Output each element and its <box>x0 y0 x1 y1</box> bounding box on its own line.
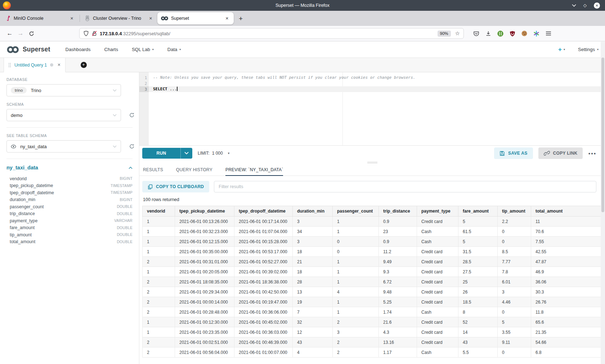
column-header[interactable]: tip_amount <box>498 206 531 217</box>
ublock-icon[interactable] <box>510 31 515 37</box>
back-button[interactable]: ← <box>4 28 15 39</box>
tab-results[interactable]: RESULTS <box>143 164 163 176</box>
table-cell: 4 <box>293 347 333 358</box>
url-text[interactable]: 172.18.0.4:32295/superset/sqllab/ <box>100 31 170 36</box>
pocket-icon[interactable] <box>473 31 479 37</box>
schema-column[interactable]: total_amountDOUBLE <box>6 238 133 246</box>
zoom-level-badge[interactable]: 90% <box>438 31 451 37</box>
column-header[interactable]: tpep_pickup_datetime <box>175 206 234 217</box>
nav-charts[interactable]: Charts <box>104 47 118 52</box>
schema-column[interactable]: payment_typeVARCHAR <box>6 217 133 224</box>
query-tab-close-icon[interactable]: ✕ <box>57 63 60 67</box>
table-select[interactable]: ny_taxi_data <box>6 140 121 153</box>
page-scrollbar[interactable] <box>601 42 605 364</box>
privacy-badger-icon[interactable] <box>497 31 503 37</box>
table-cell: 2021-06-01 00:12:15.000 <box>175 237 234 247</box>
column-header[interactable]: tpep_dropoff_datetime <box>234 206 293 217</box>
divider <box>6 159 133 159</box>
browser-tab-minio[interactable]: MinIO Console ✕ <box>2 12 79 24</box>
column-header[interactable]: total_amount <box>531 206 601 217</box>
run-button[interactable]: RUN <box>142 148 192 159</box>
forward-button[interactable]: → <box>15 28 26 39</box>
run-options-chevron-icon[interactable] <box>180 148 192 159</box>
schema-column[interactable]: fare_amountDOUBLE <box>6 224 133 232</box>
table-cell: Credit card <box>417 297 458 307</box>
tab-query-history[interactable]: QUERY HISTORY <box>176 164 212 176</box>
more-options-icon[interactable]: ●●● <box>588 151 596 155</box>
refresh-table-icon[interactable] <box>129 144 135 149</box>
table-cell: 7.77 <box>498 257 531 267</box>
scrollbar-thumb[interactable] <box>601 58 604 212</box>
nav-data[interactable]: Data▾ <box>167 47 181 52</box>
downloads-icon[interactable] <box>485 31 491 36</box>
new-tab-button[interactable]: + <box>239 15 243 22</box>
browser-tab-trino[interactable]: Cluster Overview - Trino ✕ <box>81 12 157 24</box>
schema-column[interactable]: trip_distanceDOUBLE <box>6 210 133 218</box>
filter-results-input[interactable] <box>214 181 596 192</box>
add-new-button[interactable]: +▾ <box>558 46 565 53</box>
tab-close-icon[interactable]: ✕ <box>148 15 154 22</box>
tab-close-icon[interactable]: ✕ <box>224 15 230 22</box>
table-cell: 2021-06-01 18:08:35.000 <box>175 277 234 287</box>
schema-column[interactable]: duration_minBIGINT <box>6 196 133 204</box>
save-as-button[interactable]: SAVE AS <box>494 147 533 159</box>
shield-icon[interactable] <box>83 31 89 36</box>
minimize-icon[interactable] <box>572 4 576 7</box>
table-schema-header[interactable]: ny_taxi_data <box>6 165 133 170</box>
table-cell: 2 <box>143 277 175 287</box>
schema-column[interactable]: tpep_dropoff_datetimeTIMESTAMP <box>6 189 133 196</box>
run-label[interactable]: RUN <box>142 148 180 159</box>
column-header[interactable]: passenger_count <box>333 206 379 217</box>
column-header[interactable]: trip_distance <box>379 206 417 217</box>
table-cell: 2021-06-01 00:56:04.000 <box>175 347 234 358</box>
chevron-down-icon <box>113 145 117 148</box>
schema-select[interactable]: demo <box>6 109 121 121</box>
tab-preview[interactable]: PREVIEW: `NY_TAXI_DATA` <box>225 164 283 176</box>
maximize-icon[interactable]: ◇ <box>583 3 587 8</box>
tab-close-icon[interactable]: ✕ <box>69 15 75 22</box>
column-type: TIMESTAMP <box>111 191 133 195</box>
column-header[interactable]: duration_min <box>293 206 333 217</box>
column-header[interactable]: payment_type <box>417 206 458 217</box>
superset-brand[interactable]: Superset <box>6 45 50 54</box>
pane-resize-handle[interactable] <box>139 161 605 164</box>
table-cell: 54.66 <box>531 337 601 347</box>
column-type: TIMESTAMP <box>111 184 133 188</box>
column-header[interactable]: fare_amount <box>458 206 498 217</box>
limit-dropdown[interactable]: LIMIT: 1 000 ▾ <box>198 151 229 156</box>
settings-menu[interactable]: Settings▾ <box>578 47 599 52</box>
editor-pane: 1 2 3 -- Note: Unless you save your quer… <box>139 72 605 364</box>
table-cell: 6.8 <box>531 347 601 358</box>
menu-hamburger-icon[interactable] <box>546 31 551 36</box>
collapse-chevron-icon[interactable] <box>129 167 133 169</box>
editor-code-area[interactable]: -- Note: Unless you save your query, the… <box>149 72 605 145</box>
caret-down-icon: ▾ <box>564 48 565 51</box>
drag-handle-icon[interactable] <box>8 63 11 68</box>
schema-column[interactable]: tpep_pickup_datetimeTIMESTAMP <box>6 182 133 190</box>
schema-column[interactable]: passenger_countDOUBLE <box>6 203 133 210</box>
insecure-lock-icon[interactable] <box>92 31 97 36</box>
database-select[interactable]: trino Trino <box>6 84 121 96</box>
schema-column[interactable]: tip_amountDOUBLE <box>6 231 133 238</box>
cookie-icon[interactable] <box>521 31 527 36</box>
window-close-icon[interactable]: ✕ <box>594 3 600 9</box>
reload-button[interactable] <box>26 28 37 39</box>
browser-tab-superset[interactable]: Superset ✕ <box>157 12 234 24</box>
schema-column[interactable]: vendoridBIGINT <box>6 175 133 182</box>
table-cell: 5.5 <box>458 347 498 358</box>
nav-sql-lab[interactable]: SQL Lab▾ <box>132 47 154 52</box>
extension-asterisk-icon[interactable] <box>533 31 539 37</box>
url-bar[interactable]: 172.18.0.4:32295/superset/sqllab/ 90% ☆ <box>79 28 464 39</box>
copy-to-clipboard-button[interactable]: COPY TO CLIPBOARD <box>142 181 209 192</box>
table-cell: 1 <box>143 247 175 257</box>
nav-dashboards[interactable]: Dashboards <box>66 47 91 52</box>
add-query-tab-button[interactable]: + <box>81 62 87 68</box>
copy-link-button[interactable]: COPY LINK <box>538 147 583 159</box>
column-name: tpep_dropoff_datetime <box>10 190 54 195</box>
sql-editor[interactable]: 1 2 3 -- Note: Unless you save your quer… <box>139 72 605 146</box>
refresh-schema-icon[interactable] <box>129 112 135 118</box>
query-tab-active[interactable]: Untitled Query 1 ✕ <box>4 58 66 72</box>
table-cell: 0.9 <box>379 217 417 227</box>
bookmark-star-icon[interactable]: ☆ <box>455 30 460 37</box>
column-header[interactable]: vendorid <box>143 206 175 217</box>
